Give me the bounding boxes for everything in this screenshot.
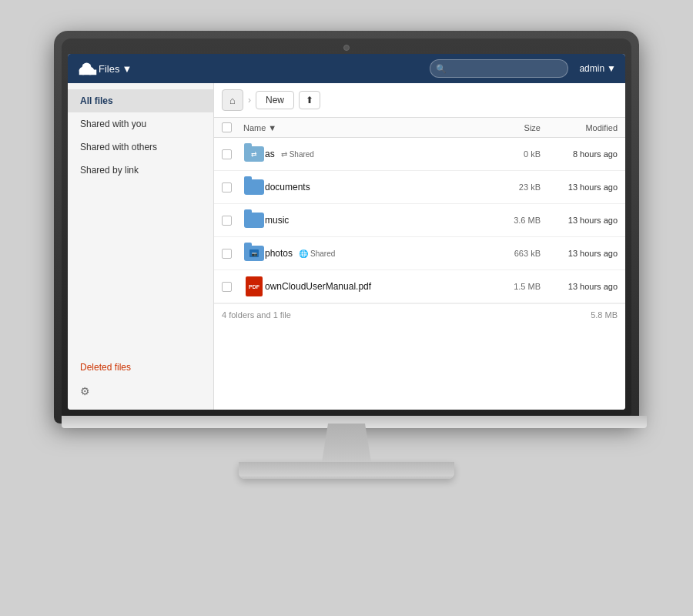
- file-name-cell-pdf: ownCloudUserManual.pdf: [265, 281, 487, 292]
- table-row[interactable]: ⇄ as ⇄ Shared 0 kB: [214, 138, 625, 171]
- monitor-camera: [343, 45, 350, 51]
- search-wrap: 🔍: [430, 59, 568, 78]
- sidebar-item-deleted-files[interactable]: Deleted files: [68, 356, 213, 379]
- table-header: Name ▼ Size Modified: [214, 118, 625, 138]
- header-modified-col[interactable]: Modified: [541, 123, 618, 132]
- settings-icon: ⚙: [80, 385, 90, 397]
- monitor-wrapper: Files ▼ 🔍 admin ▼: [46, 31, 647, 585]
- table-row[interactable]: PDF ownCloudUserManual.pdf 1.5 MB 13 hou…: [214, 270, 625, 303]
- checkbox-documents[interactable]: [222, 182, 232, 192]
- sidebar-item-shared-by-link[interactable]: Shared by link: [68, 159, 213, 182]
- sidebar-label-deleted: Deleted files: [80, 362, 131, 373]
- file-name-cell-music: music: [265, 215, 487, 226]
- file-size-pdf: 1.5 MB: [487, 282, 541, 291]
- file-size-documents: 23 kB: [487, 182, 541, 192]
- checkbox-as[interactable]: [222, 149, 232, 159]
- sidebar-label-shared-with-others: Shared with others: [80, 142, 157, 152]
- file-table: Name ▼ Size Modified: [214, 118, 625, 410]
- file-modified-photos: 13 hours ago: [541, 249, 618, 258]
- files-dropdown-arrow: ▼: [122, 63, 132, 75]
- share-icon-as: ⇄: [281, 150, 287, 159]
- svg-rect-3: [79, 70, 97, 75]
- sidebar-item-all-files[interactable]: All files: [68, 89, 213, 112]
- file-icon-music: [243, 209, 265, 231]
- shared-label-photos: Shared: [310, 249, 335, 258]
- sidebar-settings-button[interactable]: ⚙: [68, 379, 213, 403]
- header-size-col[interactable]: Size: [487, 123, 541, 132]
- checkbox-photos[interactable]: [222, 249, 232, 259]
- file-name-pdf: ownCloudUserManual.pdf: [265, 281, 371, 292]
- folder-photo-inner: 📷: [249, 249, 259, 257]
- table-footer: 4 folders and 1 file 5.8 MB: [214, 303, 625, 326]
- home-button[interactable]: ⌂: [222, 89, 243, 111]
- share-icon-photos: 🌐: [299, 249, 308, 258]
- file-icon-as: ⇄: [243, 143, 265, 165]
- footer-total-size: 5.8 MB: [591, 310, 618, 320]
- monitor-bezel: Files ▼ 🔍 admin ▼: [62, 38, 631, 416]
- table-row[interactable]: music 3.6 MB 13 hours ago: [214, 204, 625, 237]
- checkbox-pdf[interactable]: [222, 282, 232, 292]
- share-symbol: ⇄: [251, 150, 257, 158]
- share-folder-icon: ⇄: [244, 146, 264, 162]
- sidebar: All files Shared with you Shared with ot…: [68, 83, 214, 410]
- main-area: ⌂ › New ⬆: [214, 83, 625, 410]
- monitor-base: [239, 462, 454, 479]
- file-name-cell-as: as ⇄ Shared: [265, 149, 487, 159]
- file-icon-documents: [243, 176, 265, 198]
- sidebar-item-shared-with-others[interactable]: Shared with others: [68, 136, 213, 159]
- file-name-music: music: [265, 215, 289, 226]
- shared-badge-photos: 🌐 Shared: [299, 249, 335, 258]
- file-name-photos: photos: [265, 248, 293, 259]
- files-label: Files: [99, 63, 119, 75]
- file-size-photos: 663 kB: [487, 249, 541, 258]
- folder-photo-icon: 📷: [244, 246, 264, 261]
- header-sort-icon: ▼: [268, 123, 276, 132]
- folder-icon-documents: [244, 179, 264, 195]
- search-icon: 🔍: [436, 64, 447, 74]
- row-check-pdf: [222, 282, 243, 292]
- row-check-documents: [222, 182, 243, 192]
- file-name-as: as: [265, 149, 275, 159]
- row-check-as: [222, 149, 243, 159]
- camera-symbol: 📷: [252, 251, 257, 256]
- file-name-cell-documents: documents: [265, 182, 487, 192]
- breadcrumb-arrow: ›: [248, 95, 251, 105]
- owncloud-logo-icon: [77, 62, 99, 75]
- upload-icon: ⬆: [306, 95, 313, 105]
- sidebar-label-shared-by-link: Shared by link: [80, 165, 139, 176]
- table-row[interactable]: documents 23 kB 13 hours ago: [214, 171, 625, 204]
- home-icon: ⌂: [229, 95, 236, 106]
- admin-menu[interactable]: admin ▼: [579, 63, 616, 74]
- sidebar-label-shared-with-you: Shared with you: [80, 119, 146, 129]
- file-name-documents: documents: [265, 182, 310, 192]
- files-dropdown[interactable]: Files ▼: [99, 63, 132, 75]
- admin-label: admin: [579, 63, 604, 74]
- logo-area: [77, 62, 99, 75]
- upload-button[interactable]: ⬆: [299, 91, 320, 109]
- header-name-col[interactable]: Name ▼: [243, 123, 487, 132]
- header-check-col: [222, 122, 243, 132]
- header-name-label: Name: [243, 123, 266, 132]
- file-icon-photos: 📷: [243, 243, 265, 264]
- monitor-neck: [316, 424, 377, 462]
- admin-dropdown-arrow: ▼: [607, 63, 616, 74]
- shared-badge-as: ⇄ Shared: [281, 150, 314, 159]
- header-size-label: Size: [524, 123, 541, 132]
- file-toolbar: ⌂ › New ⬆: [214, 83, 625, 118]
- select-all-checkbox[interactable]: [222, 122, 232, 132]
- file-modified-music: 13 hours ago: [541, 216, 618, 225]
- shared-label-as: Shared: [290, 150, 314, 159]
- new-button[interactable]: New: [256, 91, 294, 109]
- file-modified-documents: 13 hours ago: [541, 182, 618, 192]
- search-input[interactable]: [430, 59, 568, 78]
- table-row[interactable]: 📷 photos 🌐 Shared: [214, 237, 625, 270]
- sidebar-label-all-files: All files: [80, 95, 113, 106]
- folder-icon-music: [244, 213, 264, 228]
- file-icon-pdf: PDF: [243, 276, 265, 297]
- checkbox-music[interactable]: [222, 216, 232, 226]
- monitor-outer: Files ▼ 🔍 admin ▼: [54, 31, 639, 424]
- file-size-as: 0 kB: [487, 149, 541, 159]
- file-modified-pdf: 13 hours ago: [541, 282, 618, 291]
- sidebar-item-shared-with-you[interactable]: Shared with you: [68, 112, 213, 136]
- file-name-cell-photos: photos 🌐 Shared: [265, 248, 487, 259]
